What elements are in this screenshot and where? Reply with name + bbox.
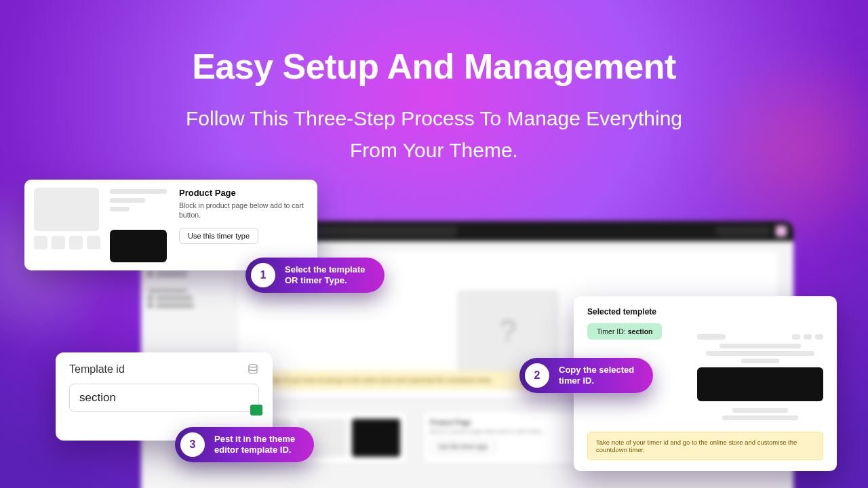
app-name-chip (716, 226, 770, 236)
template-preview (697, 334, 823, 423)
step-number: 3 (180, 432, 205, 457)
page-title: Easy Setup And Management (0, 46, 868, 87)
step-number: 2 (525, 363, 549, 388)
step-pill-3: 3 Pest it in the theme editor template I… (175, 427, 314, 462)
resize-handle[interactable] (250, 405, 262, 415)
card-description: Block in product page below add to cart … (179, 201, 308, 220)
product-page-card: Product Page Block in product page below… (24, 180, 317, 270)
card-title: Selected templete (587, 307, 823, 317)
card-title: Product Page (179, 188, 308, 198)
sidebar-item[interactable] (148, 303, 216, 308)
field-label: Template id (69, 363, 125, 375)
page-subtitle: Follow This Three-Step Process To Manage… (0, 103, 868, 166)
svg-point-0 (249, 365, 257, 368)
thumb-large (34, 188, 99, 231)
thumb-detail (110, 188, 167, 262)
step-text: Copy the selected timer ID. (559, 365, 634, 387)
info-note: Take note of your timer id and go to the… (587, 432, 823, 460)
sidebar-item[interactable] (148, 296, 216, 300)
avatar[interactable] (776, 226, 787, 237)
timer-id-badge: Timer ID: section (587, 323, 662, 340)
sidebar-item[interactable] (148, 272, 216, 277)
thumb-column (34, 188, 100, 262)
use-timer-button[interactable]: Use this timer type (430, 440, 496, 453)
step-text: Select the template OR timer Type. (285, 264, 366, 287)
step-text: Pest it in the theme editor template ID. (214, 434, 295, 456)
database-icon (247, 363, 259, 375)
sidebar-header (148, 289, 216, 293)
step-number: 1 (251, 263, 275, 287)
template-id-input[interactable]: section (69, 384, 259, 412)
use-timer-type-button[interactable]: Use this timer type (179, 228, 258, 244)
step-pill-1: 1 Select the template OR timer Type. (245, 258, 384, 293)
step-pill-2: 2 Copy the selected timer ID. (519, 358, 653, 393)
